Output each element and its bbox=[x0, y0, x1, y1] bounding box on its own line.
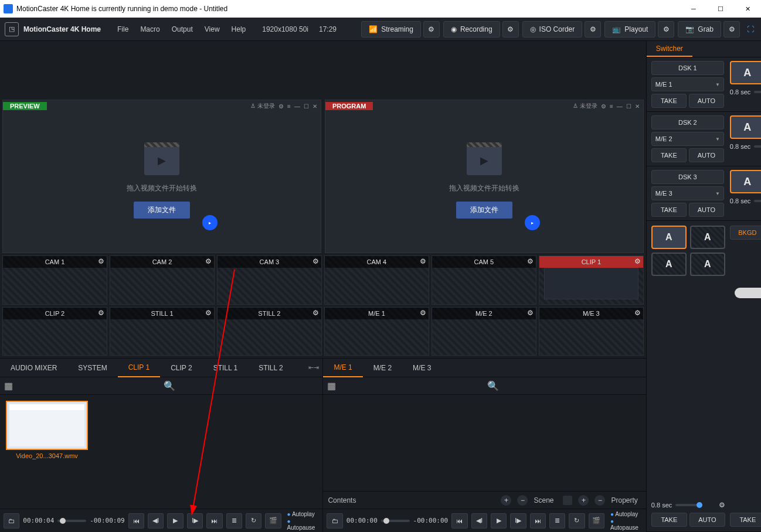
source-still-2[interactable]: STILL 2⚙ bbox=[217, 307, 322, 356]
maximize-icon[interactable]: ☐ bbox=[304, 103, 309, 110]
tab-clip-1[interactable]: CLIP 1 bbox=[118, 359, 160, 377]
source-m-e-3[interactable]: M/E 3⚙ bbox=[539, 307, 644, 356]
clip-thumbnail[interactable] bbox=[6, 401, 88, 450]
switcher-tab[interactable]: Switcher bbox=[647, 41, 692, 57]
playout-button[interactable]: 📺Playout bbox=[604, 21, 655, 37]
tab-still-1[interactable]: STILL 1 bbox=[203, 359, 249, 377]
search-icon[interactable]: 🔍 bbox=[164, 380, 175, 391]
gear-icon[interactable]: ⚙ bbox=[312, 257, 319, 265]
autoplay-toggle[interactable]: Autoplay bbox=[287, 511, 320, 517]
step-fwd-icon[interactable]: Ⅰ▶ bbox=[187, 513, 203, 528]
streaming-button[interactable]: 📶Streaming bbox=[361, 21, 421, 37]
tab-clip-2[interactable]: CLIP 2 bbox=[160, 359, 202, 377]
play-icon[interactable]: ▶ bbox=[491, 513, 507, 528]
program-pane[interactable]: PROGRAM ♙ 未登录 ⚙ ≡ — ☐ ✕ 拖入视频文件开始转换 添加文件 … bbox=[325, 100, 644, 253]
a-box[interactable]: A bbox=[730, 115, 761, 139]
take-button[interactable]: TAKE bbox=[651, 94, 687, 108]
auto-button[interactable]: AUTO bbox=[689, 94, 724, 108]
source-cam-1[interactable]: CAM 1⚙ bbox=[2, 255, 107, 305]
autopause-toggle[interactable]: Autopause bbox=[610, 518, 643, 531]
recording-settings-icon[interactable]: ⚙ bbox=[502, 21, 519, 37]
settings-icon[interactable]: ⚙ bbox=[601, 103, 606, 110]
auto-button[interactable]: AUTO bbox=[689, 203, 724, 217]
duration-slider[interactable] bbox=[754, 200, 761, 202]
play-icon[interactable]: ▶ bbox=[167, 513, 183, 528]
skip-end-icon[interactable]: ⏭ bbox=[530, 513, 546, 528]
me-select[interactable]: M/E 3 bbox=[651, 186, 724, 200]
gear-icon[interactable]: ⚙ bbox=[527, 309, 534, 317]
playlist-icon[interactable]: ≣ bbox=[549, 513, 565, 528]
skip-start-icon[interactable]: ⏮ bbox=[451, 513, 467, 528]
search-icon[interactable]: 🔍 bbox=[487, 380, 499, 391]
add-scene-icon[interactable]: + bbox=[578, 495, 589, 506]
dsk-title[interactable]: DSK 3 bbox=[651, 170, 724, 184]
step-fwd-icon[interactable]: Ⅰ▶ bbox=[510, 513, 526, 528]
autopause-toggle[interactable]: Autopause bbox=[287, 518, 320, 531]
iso-button[interactable]: ◎ISO Corder bbox=[522, 21, 583, 37]
duration-slider[interactable] bbox=[754, 145, 761, 148]
menu-help[interactable]: Help bbox=[226, 25, 252, 33]
add-file-button[interactable]: 添加文件 bbox=[134, 202, 190, 219]
loop-icon[interactable]: ↻ bbox=[246, 513, 261, 528]
add-content-icon[interactable]: + bbox=[501, 495, 511, 506]
autoplay-toggle[interactable]: Autoplay bbox=[610, 511, 643, 517]
gear-icon[interactable]: ⚙ bbox=[527, 257, 534, 265]
clapper-icon[interactable]: 🎬 bbox=[265, 513, 281, 528]
duration-slider[interactable] bbox=[675, 504, 702, 506]
maximize-button[interactable]: ☐ bbox=[707, 0, 734, 18]
playlist-icon[interactable]: ≣ bbox=[226, 513, 242, 528]
source-m-e-1[interactable]: M/E 1⚙ bbox=[324, 307, 429, 356]
source-still-1[interactable]: STILL 1⚙ bbox=[110, 307, 215, 356]
tab-audio-mixer[interactable]: AUDIO MIXER bbox=[0, 359, 67, 377]
a-box[interactable]: A bbox=[651, 226, 687, 249]
take-button[interactable]: TAKE bbox=[651, 513, 687, 527]
menu-icon[interactable]: ≡ bbox=[287, 103, 291, 110]
close-icon[interactable]: ✕ bbox=[635, 103, 640, 110]
step-back-icon[interactable]: ◀Ⅰ bbox=[148, 513, 164, 528]
source-clip-1[interactable]: CLIP 1⚙ bbox=[539, 255, 644, 305]
minimize-icon[interactable]: — bbox=[294, 103, 300, 110]
menu-output[interactable]: Output bbox=[166, 25, 199, 33]
clip-item[interactable]: Video_20...3047.wmv bbox=[6, 401, 88, 459]
clapper-icon[interactable]: 🎬 bbox=[589, 513, 604, 528]
folder-icon[interactable]: 🗀 bbox=[4, 513, 19, 528]
preview-pane[interactable]: PREVIEW ♙ 未登录 ⚙ ≡ — ☐ ✕ 拖入视频文件开始转换 添加文件 … bbox=[2, 100, 321, 253]
source-cam-3[interactable]: CAM 3⚙ bbox=[217, 255, 322, 305]
me-select[interactable]: M/E 2 bbox=[651, 132, 724, 146]
gear-icon[interactable]: ⚙ bbox=[205, 257, 212, 265]
progress-slider[interactable] bbox=[57, 520, 86, 522]
remove-scene-icon[interactable]: − bbox=[594, 495, 605, 506]
duration-slider[interactable] bbox=[754, 91, 761, 93]
grid-view-icon[interactable]: ▦ bbox=[0, 380, 16, 391]
dsk-title[interactable]: DSK 2 bbox=[651, 115, 724, 129]
gear-icon[interactable]: ⚙ bbox=[719, 501, 725, 509]
folder-icon[interactable]: 🗀 bbox=[327, 513, 342, 528]
grid-view-icon[interactable]: ▦ bbox=[323, 380, 339, 391]
tab-still-2[interactable]: STILL 2 bbox=[248, 359, 294, 377]
add-file-button[interactable]: 添加文件 bbox=[456, 202, 512, 219]
progress-slider[interactable] bbox=[381, 520, 410, 522]
gear-icon[interactable]: ⚙ bbox=[312, 309, 319, 317]
take-button[interactable]: TAKE bbox=[730, 513, 761, 527]
a-box[interactable]: A bbox=[690, 253, 725, 276]
dsk-title[interactable]: DSK 1 bbox=[651, 61, 724, 75]
step-back-icon[interactable]: ◀Ⅰ bbox=[471, 513, 487, 528]
close-icon[interactable]: ✕ bbox=[312, 103, 317, 110]
take-button[interactable]: TAKE bbox=[651, 203, 687, 217]
source-cam-5[interactable]: CAM 5⚙ bbox=[432, 255, 536, 305]
take-button[interactable]: TAKE bbox=[651, 148, 687, 162]
gear-icon[interactable]: ⚙ bbox=[420, 309, 426, 317]
auto-button[interactable]: AUTO bbox=[689, 513, 725, 527]
copy-icon[interactable] bbox=[563, 496, 572, 505]
iso-settings-icon[interactable]: ⚙ bbox=[585, 21, 601, 37]
menu-view[interactable]: View bbox=[199, 25, 226, 33]
playout-settings-icon[interactable]: ⚙ bbox=[658, 21, 674, 37]
source-clip-2[interactable]: CLIP 2⚙ bbox=[2, 307, 107, 356]
close-button[interactable]: ✕ bbox=[734, 0, 761, 18]
tab-m-e-1[interactable]: M/E 1 bbox=[323, 359, 362, 377]
minimize-button[interactable]: ─ bbox=[680, 0, 707, 18]
loop-icon[interactable]: ↻ bbox=[569, 513, 585, 528]
me-select[interactable]: M/E 1 bbox=[651, 77, 724, 91]
remove-content-icon[interactable]: − bbox=[517, 495, 528, 506]
streaming-settings-icon[interactable]: ⚙ bbox=[423, 21, 440, 37]
